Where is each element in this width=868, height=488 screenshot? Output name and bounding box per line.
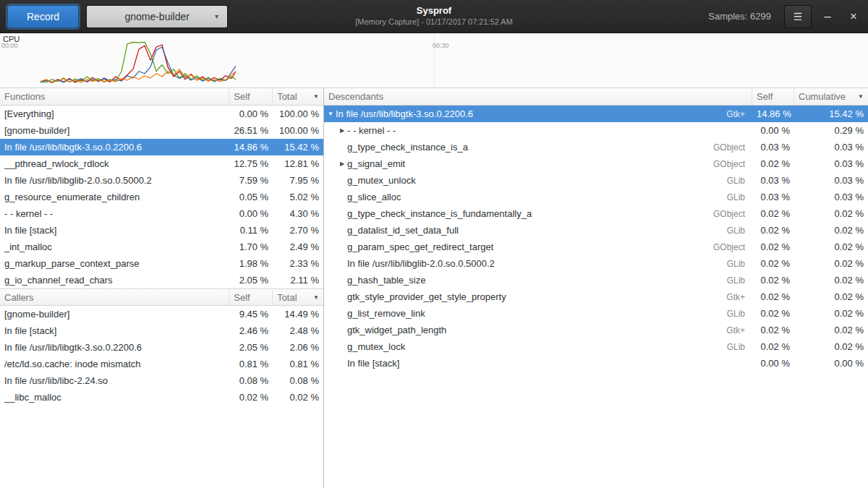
library-category-tag: GLib xyxy=(721,176,752,186)
table-row[interactable]: g_resource_enumerate_children0.05 %5.02 … xyxy=(0,189,323,205)
time-tick-start: 00:00 xyxy=(1,42,18,49)
tree-row[interactable]: g_type_check_instance_is_fundamentally_a… xyxy=(324,205,868,222)
expander-closed-icon[interactable]: ▶ xyxy=(337,127,347,134)
table-row[interactable]: In file [stack]2.46 %2.48 % xyxy=(0,322,323,339)
table-row[interactable]: __libc_malloc0.02 %0.02 % xyxy=(0,389,323,406)
library-category-tag: GObject xyxy=(707,242,752,252)
library-category-tag: Gtk+ xyxy=(720,292,752,302)
self-percent-cell: 9.45 % xyxy=(229,309,273,320)
target-dropdown-label: gnome-builder xyxy=(124,11,190,22)
self-percent-cell: 0.81 % xyxy=(229,359,273,369)
table-row[interactable]: In file /usr/lib/libglib-2.0.so.0.5000.2… xyxy=(0,172,323,189)
tree-row[interactable]: ▶g_signal_emitGObject0.02 %0.03 % xyxy=(324,155,868,172)
tree-row[interactable]: g_mutex_lockGLib0.02 %0.02 % xyxy=(324,338,868,355)
tree-row[interactable]: g_type_check_instance_is_aGObject0.03 %0… xyxy=(324,139,868,155)
self-percent-cell: 0.02 % xyxy=(752,291,794,302)
table-row[interactable]: In file /usr/lib/libc-2.24.so0.08 %0.08 … xyxy=(0,372,323,389)
cumulative-percent-cell: 0.00 % xyxy=(794,358,868,369)
table-row[interactable]: [gnome-builder]9.45 %14.49 % xyxy=(0,306,323,322)
column-header-cumulative[interactable]: Cumulative ▼ xyxy=(794,88,868,105)
panes: Functions Self Total ▼ [Everything]0.00 … xyxy=(0,88,868,488)
self-percent-cell: 7.59 % xyxy=(229,175,273,186)
tree-row[interactable]: gtk_widget_path_lengthGtk+0.02 %0.02 % xyxy=(324,322,868,338)
tree-row[interactable]: g_mutex_unlockGLib0.03 %0.03 % xyxy=(324,172,868,189)
descendant-name-cell: gtk_style_provider_get_style_propertyGtk… xyxy=(324,291,752,302)
expander-closed-icon[interactable]: ▶ xyxy=(337,160,347,167)
function-name: g_list_remove_link xyxy=(347,308,425,319)
function-name-cell: [Everything] xyxy=(0,108,229,119)
descendant-name-cell: ▶- - kernel - - xyxy=(324,125,752,136)
tree-row[interactable]: g_list_remove_linkGLib0.02 %0.02 % xyxy=(324,305,868,322)
column-header-self[interactable]: Self xyxy=(229,289,273,305)
library-category-tag: GLib xyxy=(721,342,752,352)
table-row[interactable]: [Everything]0.00 %100.00 % xyxy=(0,106,323,122)
header-right: Samples: 6299 ☰ – × xyxy=(708,5,864,28)
self-percent-cell: 1.98 % xyxy=(229,258,273,269)
column-header-total-label: Total xyxy=(277,91,297,102)
window-subtitle: [Memory Capture] - 01/17/2017 07:21:52 A… xyxy=(355,17,513,27)
table-row[interactable]: In file /usr/lib/libgtk-3.so.0.2200.62.0… xyxy=(0,339,323,356)
column-header-total[interactable]: Total ▼ xyxy=(273,88,323,105)
column-header-descendants[interactable]: Descendants xyxy=(324,88,752,105)
table-row[interactable]: g_io_channel_read_chars2.05 %2.11 % xyxy=(0,272,323,288)
tree-row[interactable]: gtk_style_provider_get_style_propertyGtk… xyxy=(324,288,868,305)
expander-open-icon[interactable]: ▼ xyxy=(326,111,336,117)
tree-row[interactable]: g_datalist_id_set_data_fullGLib0.02 %0.0… xyxy=(324,222,868,239)
column-header-callers[interactable]: Callers xyxy=(0,289,229,305)
function-name: g_type_check_instance_is_a xyxy=(347,142,468,153)
tree-row[interactable]: g_hash_table_sizeGLib0.02 %0.02 % xyxy=(324,272,868,288)
cumulative-percent-cell: 0.02 % xyxy=(794,308,868,319)
total-percent-cell: 5.02 % xyxy=(273,192,323,202)
column-header-functions[interactable]: Functions xyxy=(0,88,229,105)
total-percent-cell: 2.33 % xyxy=(273,258,323,269)
callers-table-body: [gnome-builder]9.45 %14.49 %In file [sta… xyxy=(0,306,323,406)
table-row[interactable]: - - kernel - -0.00 %4.30 % xyxy=(0,205,323,222)
column-header-self[interactable]: Self xyxy=(229,88,273,105)
self-percent-cell: 2.46 % xyxy=(229,325,273,336)
table-row[interactable]: In file /usr/lib/libgtk-3.so.0.2200.614.… xyxy=(0,139,323,155)
function-name: In file /usr/lib/libglib-2.0.so.0.5000.2 xyxy=(347,258,495,269)
column-header-self[interactable]: Self xyxy=(752,88,794,105)
self-percent-cell: 1.70 % xyxy=(229,241,273,252)
library-category-tag: Gtk+ xyxy=(720,109,752,119)
self-percent-cell: 0.02 % xyxy=(752,275,794,286)
table-row[interactable]: g_markup_parse_context_parse1.98 %2.33 % xyxy=(0,255,323,272)
table-row[interactable]: In file [stack]0.11 %2.70 % xyxy=(0,222,323,239)
function-name: g_datalist_id_set_data_full xyxy=(347,225,459,236)
function-name: g_signal_emit xyxy=(347,158,405,169)
menu-button[interactable]: ☰ xyxy=(784,5,812,28)
tree-row[interactable]: In file /usr/lib/libglib-2.0.so.0.5000.2… xyxy=(324,255,868,272)
library-category-tag: GLib xyxy=(721,309,752,319)
sort-arrow-icon: ▼ xyxy=(313,294,319,301)
total-percent-cell: 0.81 % xyxy=(273,359,323,369)
library-category-tag: GObject xyxy=(707,142,752,153)
tree-row[interactable]: In file [stack]0.00 %0.00 % xyxy=(324,355,868,372)
tree-row[interactable]: g_slice_allocGLib0.03 %0.03 % xyxy=(324,189,868,205)
cpu-graph[interactable]: CPU 00:00 00:30 xyxy=(0,33,868,88)
tree-row[interactable]: g_param_spec_get_redirect_targetGObject0… xyxy=(324,239,868,255)
minimize-button[interactable]: – xyxy=(817,7,838,27)
column-header-total[interactable]: Total ▼ xyxy=(273,289,323,305)
function-name: gtk_style_provider_get_style_property xyxy=(347,291,506,302)
self-percent-cell: 0.02 % xyxy=(752,158,794,169)
tree-row[interactable]: ▶- - kernel - -0.00 %0.29 % xyxy=(324,122,868,139)
tree-row[interactable]: ▼In file /usr/lib/libgtk-3.so.0.2200.6Gt… xyxy=(324,106,868,122)
close-icon: × xyxy=(850,9,857,23)
right-pane: Descendants Self Cumulative ▼ ▼In file /… xyxy=(324,88,868,488)
total-percent-cell: 12.81 % xyxy=(273,158,323,169)
self-percent-cell: 0.02 % xyxy=(752,258,794,269)
descendant-name-cell: g_hash_table_sizeGLib xyxy=(324,275,752,286)
table-row[interactable]: _int_malloc1.70 %2.49 % xyxy=(0,239,323,255)
table-row[interactable]: __pthread_rwlock_rdlock12.75 %12.81 % xyxy=(0,155,323,172)
descendant-name-cell: ▶g_signal_emitGObject xyxy=(324,158,752,169)
sort-arrow-icon: ▼ xyxy=(858,93,864,100)
table-row[interactable]: [gnome-builder]26.51 %100.00 % xyxy=(0,122,323,139)
target-dropdown[interactable]: gnome-builder ▾ xyxy=(86,5,228,28)
close-button[interactable]: × xyxy=(843,7,864,27)
self-percent-cell: 0.03 % xyxy=(752,142,794,153)
record-button[interactable]: Record xyxy=(7,5,79,28)
function-name-cell: In file /usr/lib/libglib-2.0.so.0.5000.2 xyxy=(0,175,229,186)
table-row[interactable]: /etc/ld.so.cache: inode mismatch0.81 %0.… xyxy=(0,356,323,372)
function-name-cell: In file [stack] xyxy=(0,225,229,236)
self-percent-cell: 0.02 % xyxy=(752,225,794,236)
